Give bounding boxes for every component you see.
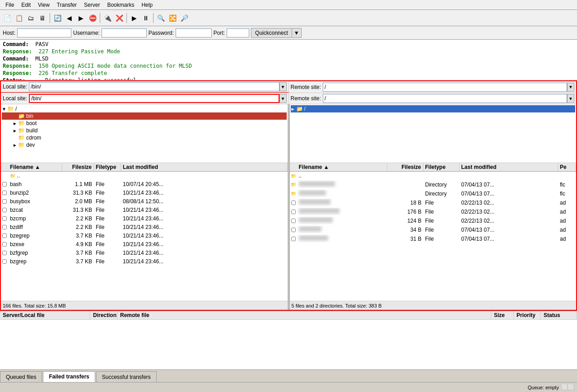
file-row[interactable]: 18 B File 02/22/13 02... ad bbox=[290, 198, 577, 207]
local-site-bar: Local site: ▼ bbox=[1, 81, 289, 93]
right-file-list: Filename ▲ Filesize Filetype Last modifi… bbox=[290, 163, 577, 301]
tab-failed-transfers[interactable]: Failed transfers bbox=[43, 371, 95, 382]
file-row[interactable]: 176 B File 02/22/13 02... ad bbox=[290, 207, 577, 216]
row-check[interactable] bbox=[1, 233, 8, 238]
file-row[interactable]: bzcmp 2.2 KB File 10/21/14 23:46... bbox=[1, 215, 288, 223]
tree-item-cdrom[interactable]: 📁 cdrom bbox=[2, 134, 287, 141]
menu-edit[interactable]: Edit bbox=[18, 1, 34, 9]
toolbar-btn-newfile[interactable]: 📄 bbox=[2, 13, 13, 23]
file-row[interactable]: 📁 Directory 07/04/13 07... flc bbox=[290, 189, 577, 198]
col-header-filename[interactable]: Filename ▲ bbox=[297, 163, 387, 171]
toolbar-btn-refresh[interactable]: 🔄 bbox=[52, 13, 63, 23]
tree-item-remote-root[interactable]: ► 📁 / bbox=[291, 105, 576, 112]
toolbar-btn-sitemanager[interactable]: 🖥 bbox=[37, 13, 48, 23]
local-site-input2[interactable] bbox=[29, 94, 279, 103]
local-site-dropdown[interactable]: ▼ bbox=[279, 82, 287, 91]
remote-site-input[interactable] bbox=[323, 83, 567, 92]
row-perm: ad bbox=[558, 226, 576, 233]
transfer-col-serverfile: Server/Local file bbox=[0, 311, 90, 319]
row-check[interactable] bbox=[1, 199, 8, 204]
file-row[interactable]: bzegrep 3.7 KB File 10/21/14 23:46... bbox=[1, 232, 288, 240]
log-area: Command: PASV Response: 227 Entering Pas… bbox=[0, 40, 577, 80]
row-check[interactable] bbox=[1, 182, 8, 187]
quickconnect-label[interactable]: Quickconnect bbox=[251, 28, 292, 37]
row-check[interactable] bbox=[290, 210, 297, 214]
tab-queued-files[interactable]: Queued files bbox=[0, 371, 42, 382]
menu-view[interactable]: View bbox=[34, 1, 53, 9]
file-row[interactable]: 📁 .. bbox=[1, 172, 288, 180]
host-input[interactable] bbox=[17, 28, 71, 37]
toolbar-btn-cancel[interactable]: ⛔ bbox=[87, 13, 98, 23]
row-check[interactable] bbox=[1, 251, 8, 255]
remote-site-dropdown[interactable]: ▼ bbox=[567, 83, 574, 92]
col-header-filesize[interactable]: Filesize bbox=[387, 163, 423, 171]
file-row[interactable]: 31 B File 07/04/13 07... ad bbox=[290, 234, 577, 243]
col-header-filename[interactable]: Filename ▲ bbox=[8, 163, 62, 171]
col-header-perm[interactable]: Pe bbox=[558, 163, 576, 171]
col-header-filesize[interactable]: Filesize bbox=[62, 163, 94, 171]
col-header-filetype[interactable]: Filetype bbox=[94, 163, 121, 171]
tree-item-root[interactable]: ▼ 📁 / bbox=[2, 105, 287, 112]
local-site-input[interactable] bbox=[29, 82, 279, 91]
quickconnect-dropdown-arrow[interactable]: ▼ bbox=[292, 28, 301, 37]
toolbar-btn-pause[interactable]: ⏸ bbox=[140, 13, 151, 23]
row-check[interactable] bbox=[290, 237, 297, 241]
tree-item-boot[interactable]: ► 📁 boot bbox=[2, 120, 287, 127]
toolbar-btn-process[interactable]: ▶ bbox=[129, 13, 140, 23]
remote-site-input2[interactable] bbox=[323, 94, 567, 103]
menu-file[interactable]: File bbox=[2, 1, 18, 9]
file-row[interactable]: 124 B File 02/22/13 02... ad bbox=[290, 216, 577, 225]
toolbar-btn-disconnect[interactable]: ❌ bbox=[114, 13, 125, 23]
file-row[interactable]: bunzip2 31.3 KB File 10/21/14 23:46... bbox=[1, 189, 288, 197]
file-row[interactable]: bzexe 4.9 KB File 10/21/14 23:46... bbox=[1, 240, 288, 249]
local-site-dropdown2[interactable]: ▼ bbox=[279, 94, 287, 103]
col-header-lastmod[interactable]: Last modified bbox=[460, 163, 558, 171]
password-input[interactable] bbox=[176, 28, 212, 37]
remote-site-label2: Remote site: bbox=[291, 95, 321, 102]
toolbar-btn-back[interactable]: ◀ bbox=[64, 13, 74, 23]
remote-site-dropdown2[interactable]: ▼ bbox=[567, 94, 574, 103]
row-check[interactable] bbox=[1, 242, 8, 247]
username-input[interactable] bbox=[102, 28, 147, 37]
file-row[interactable]: bzdiff 2.2 KB File 10/21/14 23:46... bbox=[1, 223, 288, 232]
folder-icon: 📁 bbox=[7, 106, 14, 112]
row-check[interactable] bbox=[290, 201, 297, 205]
col-header-filetype[interactable]: Filetype bbox=[423, 163, 460, 171]
file-row[interactable]: bash 1.1 MB File 10/07/14 20:45... bbox=[1, 180, 288, 189]
toolbar-btn-filetypes[interactable]: 🔀 bbox=[167, 13, 178, 23]
menu-bookmarks[interactable]: Bookmarks bbox=[103, 1, 138, 9]
toolbar-btn-reconnect[interactable]: 🔌 bbox=[102, 13, 113, 23]
tree-item-bin[interactable]: 📁 bin bbox=[2, 112, 287, 120]
row-check[interactable] bbox=[1, 216, 8, 221]
file-row[interactable]: busybox 2.0 MB File 08/08/14 12:50... bbox=[1, 197, 288, 206]
toolbar-btn-find[interactable]: 🔎 bbox=[179, 13, 190, 23]
row-check[interactable] bbox=[1, 225, 8, 229]
row-check[interactable] bbox=[290, 219, 297, 223]
tree-item-dev[interactable]: ► 📁 dev bbox=[2, 141, 287, 149]
toolbar-btn-open[interactable]: 🗂 bbox=[25, 13, 36, 23]
row-name: bunzip2 bbox=[8, 189, 62, 196]
file-row[interactable]: bzfgrep 3.7 KB File 10/21/14 23:46... bbox=[1, 249, 288, 257]
toolbar-btn-forward[interactable]: ▶ bbox=[75, 13, 86, 23]
file-row[interactable]: bzgrep 3.7 KB File 10/21/14 23:46... bbox=[1, 257, 288, 266]
tree-item-name: boot bbox=[26, 120, 37, 126]
transfer-col-remotefile: Remote file bbox=[117, 311, 491, 319]
row-check[interactable] bbox=[1, 208, 8, 212]
port-input[interactable] bbox=[227, 28, 249, 37]
menu-transfer[interactable]: Transfer bbox=[53, 1, 80, 9]
quickconnect-button[interactable]: Quickconnect ▼ bbox=[251, 28, 302, 38]
row-check[interactable] bbox=[290, 228, 297, 232]
row-check[interactable] bbox=[1, 191, 8, 195]
tab-successful-transfers[interactable]: Successful transfers bbox=[96, 371, 157, 382]
file-row[interactable]: 📁 Directory 07/04/13 07... flc bbox=[290, 180, 577, 189]
toolbar-btn-filter[interactable]: 🔍 bbox=[155, 13, 166, 23]
col-header-lastmod[interactable]: Last modified bbox=[121, 163, 288, 171]
row-check[interactable] bbox=[1, 259, 8, 264]
tree-item-build[interactable]: ► 📁 build bbox=[2, 127, 287, 134]
menu-help[interactable]: Help bbox=[138, 1, 156, 9]
toolbar-btn-copy[interactable]: 📋 bbox=[14, 13, 24, 23]
file-row[interactable]: bzcat 31.3 KB File 10/21/14 23:46... bbox=[1, 206, 288, 215]
file-row[interactable]: 34 B File 07/04/13 07... ad bbox=[290, 225, 577, 234]
file-row[interactable]: 📁 .. bbox=[290, 172, 577, 180]
menu-server[interactable]: Server bbox=[80, 1, 103, 9]
